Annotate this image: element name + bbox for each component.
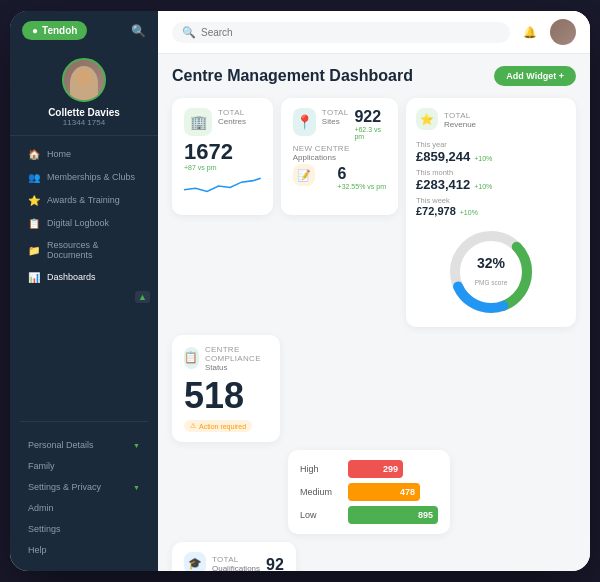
sidebar-header: ● Tendoh 🔍 <box>10 11 158 48</box>
row1: 🏢 Total Centres 1672 +87 vs pm <box>172 98 576 327</box>
personal-arrow: ▼ <box>133 442 140 449</box>
applications-value: 6 <box>338 165 386 183</box>
notification-icon[interactable]: 🔔 <box>518 20 542 44</box>
settings-label: Settings <box>28 524 61 534</box>
personal-label: Personal Details <box>28 440 94 450</box>
compliance-label: Centre Compliance <box>205 345 268 363</box>
sidebar-item-resources[interactable]: 📁 Resources & Documents <box>14 235 154 265</box>
revenue-card: ⭐ Total Revenue This year £859,244 +10% <box>406 98 576 327</box>
revenue-sub: Revenue <box>444 120 476 129</box>
compliance-icon: 📋 <box>184 347 199 369</box>
hml-low-row: Low 895 <box>300 506 438 524</box>
logbook-icon: 📋 <box>28 217 40 229</box>
sidebar-item-home[interactable]: 🏠 Home <box>14 143 154 165</box>
sidebar-item-admin[interactable]: Admin <box>14 498 154 518</box>
qualifications-card: 🎓 Total Qualifications 92 <box>172 542 296 571</box>
revenue-this-year: This year £859,244 +10% <box>416 140 566 164</box>
sidebar-item-logbook[interactable]: 📋 Digital Logbook <box>14 212 154 234</box>
topbar-avatar[interactable] <box>550 19 576 45</box>
compliance-value: 518 <box>184 378 268 414</box>
search-bar[interactable]: 🔍 <box>172 22 510 43</box>
search-icon: 🔍 <box>182 26 196 39</box>
search-input[interactable] <box>201 27 500 38</box>
profile-name: Collette Davies <box>48 107 120 118</box>
qual-units-col: 🎓 Total Qualifications 92 📦 T <box>172 542 296 571</box>
nav-label-home: Home <box>47 149 71 159</box>
revenue-this-week: This week £72,978 +10% <box>416 196 566 217</box>
centres-card: 🏢 Total Centres 1672 +87 vs pm <box>172 98 273 215</box>
donut-chart-container: 32% PMG score <box>416 227 566 317</box>
logo-button[interactable]: ● Tendoh <box>22 21 87 40</box>
main-content: 🔍 🔔 Centre Management Dashboard Add Widg… <box>158 11 590 571</box>
help-label: Help <box>28 545 47 555</box>
nav-collapse-arrow[interactable]: ▲ <box>135 291 150 303</box>
sidebar-item-personal[interactable]: Personal Details ▼ <box>14 435 154 455</box>
sidebar-item-awards[interactable]: ⭐ Awards & Training <box>14 189 154 211</box>
hml-card: High 299 Medium 478 Low 8 <box>288 450 450 534</box>
high-value: 299 <box>383 464 398 474</box>
sidebar-item-family[interactable]: Family <box>14 456 154 476</box>
topbar-icons: 🔔 <box>518 19 576 45</box>
home-icon: 🏠 <box>28 148 40 160</box>
low-bar: 895 <box>348 506 438 524</box>
this-year-change: +10% <box>474 155 492 162</box>
low-value: 895 <box>418 510 433 520</box>
sidebar-item-settings[interactable]: Settings <box>14 519 154 539</box>
sidebar-search-icon[interactable]: 🔍 <box>131 24 146 38</box>
sidebar-item-settings-privacy[interactable]: Settings & Privacy ▼ <box>14 477 154 497</box>
sidebar-item-help[interactable]: Help <box>14 540 154 560</box>
nav-label-awards: Awards & Training <box>47 195 120 205</box>
centres-label: Total <box>218 108 246 117</box>
sidebar-divider <box>20 421 148 422</box>
avatar <box>62 58 106 102</box>
dashboards-icon: 📊 <box>28 271 40 283</box>
this-week-label: This week <box>416 196 566 205</box>
compliance-card: 📋 Centre Compliance Status 518 ⚠ Action … <box>172 335 280 442</box>
sidebar-nav: 🏠 Home 👥 Memberships & Clubs ⭐ Awards & … <box>10 136 158 415</box>
centres-change: +87 vs pm <box>184 164 261 171</box>
donut-sub: PMG score <box>475 279 508 286</box>
awards-icon: ⭐ <box>28 194 40 206</box>
resources-icon: 📁 <box>28 244 40 256</box>
sites-icon: 📍 <box>293 108 316 136</box>
sites-label: Total <box>322 108 349 117</box>
medium-label: Medium <box>300 487 342 497</box>
add-widget-button[interactable]: Add Widget + <box>494 66 576 86</box>
centres-icon: 🏢 <box>184 108 212 136</box>
centres-value: 1672 <box>184 140 261 164</box>
qual-sub: Qualifications <box>212 564 260 571</box>
family-label: Family <box>28 461 55 471</box>
profile-id: 11344 1754 <box>63 118 105 127</box>
sidebar: ● Tendoh 🔍 Collette Davies 11344 1754 🏠 … <box>10 11 158 571</box>
revenue-icon: ⭐ <box>416 108 438 130</box>
centres-chart <box>184 171 261 201</box>
sidebar-item-dashboards[interactable]: 📊 Dashboards <box>14 266 154 288</box>
action-required-badge: ⚠ Action required <box>184 420 252 432</box>
sites-change: +62.3 vs pm <box>354 126 386 140</box>
compliance-sub: Status <box>205 363 268 372</box>
applications-label: New Centre <box>293 144 386 153</box>
page-title: Centre Management Dashboard <box>172 67 413 85</box>
this-month-label: This month <box>416 168 566 177</box>
sidebar-bottom: Personal Details ▼ Family Settings & Pri… <box>10 428 158 571</box>
nav-label-dashboards: Dashboards <box>47 272 96 282</box>
nav-label-logbook: Digital Logbook <box>47 218 109 228</box>
memberships-icon: 👥 <box>28 171 40 183</box>
this-week-change: +10% <box>460 209 478 216</box>
sidebar-item-memberships[interactable]: 👥 Memberships & Clubs <box>14 166 154 188</box>
admin-label: Admin <box>28 503 54 513</box>
applications-icon: 📝 <box>293 164 315 186</box>
medium-bar: 478 <box>348 483 420 501</box>
this-year-label: This year <box>416 140 566 149</box>
qual-value: 92 <box>266 556 284 571</box>
centres-sub: Centres <box>218 117 246 126</box>
topbar: 🔍 🔔 <box>158 11 590 54</box>
this-month-change: +10% <box>474 183 492 190</box>
applications-sub: Applications <box>293 153 386 162</box>
sidebar-profile: Collette Davies 11344 1754 <box>10 48 158 136</box>
qual-label: Total <box>212 555 260 564</box>
sites-card: 📍 Total Sites 922 +62.3 vs pm New Centre… <box>281 98 398 215</box>
sites-sub: Sites <box>322 117 349 126</box>
revenue-header: ⭐ Total Revenue <box>416 108 566 134</box>
nav-label-resources: Resources & Documents <box>47 240 140 260</box>
